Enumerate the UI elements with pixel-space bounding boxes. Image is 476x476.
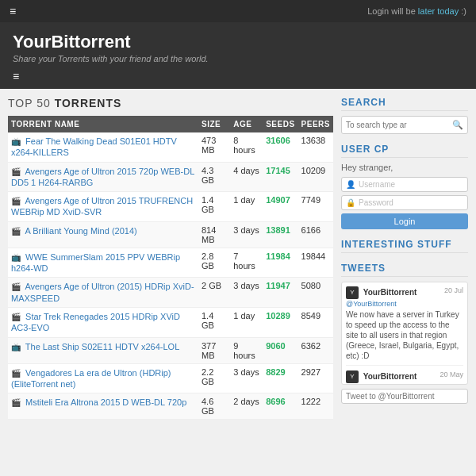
col-age: AGE xyxy=(230,116,263,132)
category-icon: 📺 xyxy=(11,343,21,351)
torrent-age: 1 day xyxy=(230,192,263,222)
col-seeds: SEEDS xyxy=(263,116,298,132)
content-area: TOP 50 TORRENTS TORRENT NAME SIZE AGE SE… xyxy=(8,97,341,420)
torrent-name-cell: 🎬 Star Trek Renegades 2015 HDRip XViD AC… xyxy=(8,307,198,337)
username-input[interactable] xyxy=(359,180,463,189)
section-title-bottom: TORRENTS xyxy=(55,97,122,109)
tweet-handle: @YourBittorrent xyxy=(346,384,397,385)
topbar: ≡ Login will be later today :) xyxy=(0,0,476,22)
search-button[interactable]: 🔍 xyxy=(448,117,467,133)
header: YourBittorrent Share your Torrents with … xyxy=(0,22,476,89)
torrent-link[interactable]: Fear The Walking Dead S01E01 HDTV x264-K… xyxy=(11,136,177,157)
lock-icon: 🔒 xyxy=(346,198,355,207)
torrent-name-cell: 🎬 Vengadores La era de Ultron (HDRip) (E… xyxy=(8,363,198,393)
usercp-greeting: Hey stranger, xyxy=(341,163,468,172)
torrent-size: 814 MB xyxy=(198,221,230,248)
table-row: 🎬 Avengers Age of Ultron (2015) HDRip Xv… xyxy=(8,278,333,308)
category-icon: 🎬 xyxy=(11,197,21,205)
torrent-peers: 8549 xyxy=(298,307,333,337)
category-icon: 🎬 xyxy=(11,398,21,407)
login-text: Login will be xyxy=(367,6,418,16)
torrent-age: 3 days xyxy=(230,278,263,308)
user-icon: 👤 xyxy=(346,180,355,189)
table-row: 🎬 Avengers Age of Ultron 2015 720p WEB-D… xyxy=(8,162,333,192)
torrent-link[interactable]: The Last Ship S02E11 HDTV x264-LOL xyxy=(25,342,179,351)
torrent-name-cell: 📺 Fear The Walking Dead S01E01 HDTV x264… xyxy=(8,132,198,162)
torrent-age: 9 hours xyxy=(230,337,263,363)
tweet-item: 20 Jul Y YourBittorrent @YourBittorrent … xyxy=(346,286,463,366)
category-icon: 🎬 xyxy=(11,313,21,321)
topbar-login: Login will be later today :) xyxy=(367,6,466,16)
category-icon: 📺 xyxy=(11,137,21,146)
sidebar: SEARCH 🔍 USER CP Hey stranger, 👤 🔒 Login… xyxy=(341,97,468,420)
tweet-input[interactable] xyxy=(341,389,468,404)
torrent-seeds: 10289 xyxy=(263,307,298,337)
torrent-size: 4.6 GB xyxy=(198,393,230,420)
torrent-seeds: 17145 xyxy=(263,162,298,192)
topbar-menu-icon[interactable]: ≡ xyxy=(10,5,16,17)
torrent-seeds: 8829 xyxy=(263,363,298,393)
torrent-seeds: 13891 xyxy=(263,221,298,248)
torrent-link[interactable]: Avengers Age of Ultron 2015 720p WEB-DL … xyxy=(11,167,194,187)
tweet-author: YourBittorrent xyxy=(363,288,417,297)
header-nav-icon[interactable]: ≡ xyxy=(13,70,19,83)
interesting-section-title: INTERESTING STUFF xyxy=(341,239,468,253)
torrent-size: 1.4 GB xyxy=(198,307,230,337)
torrent-age: 8 hours xyxy=(230,132,263,162)
table-row: 📺 WWE SummerSlam 2015 PPV WEBRip h264-WD… xyxy=(8,248,333,278)
table-row: 🎬 A Brilliant Young Mind (2014) 814 MB 3… xyxy=(8,221,333,248)
torrent-link[interactable]: Star Trek Renegades 2015 HDRip XViD AC3-… xyxy=(11,312,180,332)
category-icon: 🎬 xyxy=(11,167,21,176)
tweets-box: 20 Jul Y YourBittorrent @YourBittorrent … xyxy=(341,282,468,385)
password-input[interactable] xyxy=(359,198,463,207)
tweet-header: 20 May Y YourBittorrent @YourBittorrent xyxy=(346,370,463,385)
torrent-seeds: 31606 xyxy=(263,132,298,162)
avatar: Y xyxy=(346,370,359,383)
username-field-wrapper: 👤 xyxy=(341,177,468,192)
torrent-age: 1 day xyxy=(230,307,263,337)
table-row: 📺 The Last Ship S02E11 HDTV x264-LOL 377… xyxy=(8,337,333,363)
usercp-section-title: USER CP xyxy=(341,144,468,158)
torrent-peers: 2927 xyxy=(298,363,333,393)
col-size: SIZE xyxy=(198,116,230,132)
password-field-wrapper: 🔒 xyxy=(341,195,468,210)
table-row: 📺 Fear The Walking Dead S01E01 HDTV x264… xyxy=(8,132,333,162)
torrent-name-cell: 🎬 Avengers Age of Ultron (2015) HDRip Xv… xyxy=(8,278,198,308)
torrent-size: 2.8 GB xyxy=(198,248,230,278)
col-name: TORRENT NAME xyxy=(8,116,198,132)
torrent-name-cell: 📺 WWE SummerSlam 2015 PPV WEBRip h264-WD xyxy=(8,248,198,278)
torrent-size: 1.4 GB xyxy=(198,192,230,222)
torrent-size: 2.2 GB xyxy=(198,363,230,393)
torrent-age: 2 days xyxy=(230,393,263,420)
section-title: TOP 50 TORRENTS xyxy=(8,97,333,109)
torrent-link[interactable]: Vengadores La era de Ultron (HDRip) (Eli… xyxy=(11,368,171,389)
torrent-link[interactable]: Avengers Age of Ultron 2015 TRUFRENCH WE… xyxy=(11,196,193,217)
tweets-section-title: TWEETS xyxy=(341,263,468,277)
search-input[interactable] xyxy=(342,117,448,132)
torrent-size: 4.3 GB xyxy=(198,162,230,192)
login-suffix: :) xyxy=(459,6,466,16)
torrent-link[interactable]: WWE SummerSlam 2015 PPV WEBRip h264-WD xyxy=(11,252,180,273)
category-icon: 🎬 xyxy=(11,369,21,378)
torrent-peers: 13638 xyxy=(298,132,333,162)
torrent-link[interactable]: Avengers Age of Ultron (2015) HDRip XviD… xyxy=(11,282,194,302)
login-link[interactable]: later today xyxy=(418,6,459,16)
torrent-seeds: 11947 xyxy=(263,278,298,308)
torrent-link[interactable]: A Brilliant Young Mind (2014) xyxy=(25,226,136,236)
main-container: TOP 50 TORRENTS TORRENT NAME SIZE AGE SE… xyxy=(0,89,476,428)
torrent-peers: 6166 xyxy=(298,221,333,248)
tweet-date: 20 May xyxy=(440,370,463,378)
torrent-peers: 7749 xyxy=(298,192,333,222)
table-body: 📺 Fear The Walking Dead S01E01 HDTV x264… xyxy=(8,132,333,420)
table-row: 🎬 Avengers Age of Ultron 2015 TRUFRENCH … xyxy=(8,192,333,222)
category-icon: 🎬 xyxy=(11,282,21,291)
login-button[interactable]: Login xyxy=(341,213,468,229)
torrent-name-cell: 📺 The Last Ship S02E11 HDTV x264-LOL xyxy=(8,337,198,363)
table-row: 🎬 Mstiteli Era Altrona 2015 D WEB-DL 720… xyxy=(8,393,333,420)
avatar: Y xyxy=(346,286,359,299)
torrent-age: 3 days xyxy=(230,363,263,393)
torrent-peers: 6362 xyxy=(298,337,333,363)
table-row: 🎬 Star Trek Renegades 2015 HDRip XViD AC… xyxy=(8,307,333,337)
torrent-link[interactable]: Mstiteli Era Altrona 2015 D WEB-DL 720p xyxy=(25,397,186,407)
torrent-seeds: 14907 xyxy=(263,192,298,222)
